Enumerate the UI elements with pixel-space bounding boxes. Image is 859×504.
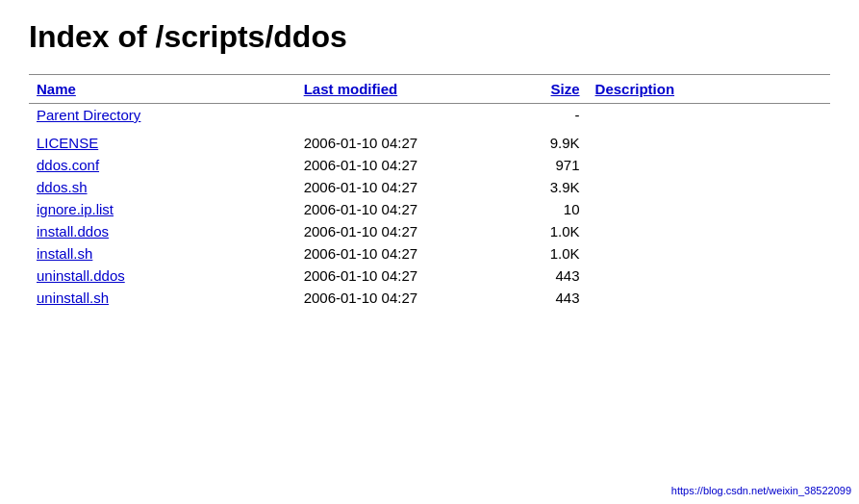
file-name-cell: ddos.conf bbox=[29, 154, 296, 176]
file-link[interactable]: uninstall.sh bbox=[37, 290, 109, 306]
file-size-cell: 9.9K bbox=[515, 132, 588, 154]
table-row: uninstall.sh2006-01-10 04:27443 bbox=[29, 287, 830, 309]
file-listing-table: Name Last modified Size Description Pare… bbox=[29, 74, 830, 309]
header-modified: Last modified bbox=[296, 75, 515, 104]
file-modified-cell: 2006-01-10 04:27 bbox=[296, 198, 515, 220]
file-link[interactable]: uninstall.ddos bbox=[37, 267, 125, 284]
file-size-cell: 10 bbox=[515, 198, 588, 220]
table-row: ddos.sh2006-01-10 04:273.9K bbox=[29, 176, 830, 198]
file-modified-cell bbox=[296, 104, 515, 127]
file-modified-cell: 2006-01-10 04:27 bbox=[296, 242, 515, 265]
file-modified-cell: 2006-01-10 04:27 bbox=[296, 220, 515, 242]
file-size-cell: 3.9K bbox=[515, 176, 588, 198]
file-list-body: Parent Directory-LICENSE2006-01-10 04:27… bbox=[29, 104, 830, 310]
header-description: Description bbox=[588, 75, 830, 104]
file-name-cell: install.sh bbox=[29, 242, 296, 265]
header-size: Size bbox=[515, 75, 588, 104]
file-name-cell: ddos.sh bbox=[29, 176, 296, 198]
table-header: Name Last modified Size Description bbox=[29, 75, 830, 104]
table-row: install.sh2006-01-10 04:271.0K bbox=[29, 242, 830, 265]
file-desc-cell bbox=[588, 287, 830, 309]
watermark-link[interactable]: https://blog.csdn.net/weixin_38522099 bbox=[671, 485, 851, 496]
file-size-cell: 1.0K bbox=[515, 220, 588, 242]
file-desc-cell bbox=[588, 265, 830, 287]
table-row: uninstall.ddos2006-01-10 04:27443 bbox=[29, 265, 830, 287]
table-row: install.ddos2006-01-10 04:271.0K bbox=[29, 220, 830, 242]
header-modified-link[interactable]: Last modified bbox=[304, 81, 398, 97]
file-desc-cell bbox=[588, 198, 830, 220]
file-link[interactable]: Parent Directory bbox=[37, 107, 140, 123]
file-name-cell: LICENSE bbox=[29, 132, 296, 154]
file-link[interactable]: install.sh bbox=[37, 245, 92, 262]
file-modified-cell: 2006-01-10 04:27 bbox=[296, 154, 515, 176]
file-link[interactable]: ignore.ip.list bbox=[37, 201, 114, 217]
file-name-cell: ignore.ip.list bbox=[29, 198, 296, 220]
header-row: Name Last modified Size Description bbox=[29, 75, 830, 104]
file-link[interactable]: LICENSE bbox=[37, 135, 98, 151]
table-row: ignore.ip.list2006-01-10 04:2710 bbox=[29, 198, 830, 220]
table-row: Parent Directory- bbox=[29, 104, 830, 127]
file-size-cell: - bbox=[515, 104, 588, 127]
file-desc-cell bbox=[588, 176, 830, 198]
file-modified-cell: 2006-01-10 04:27 bbox=[296, 176, 515, 198]
file-name-cell: uninstall.ddos bbox=[29, 265, 296, 287]
file-link[interactable]: install.ddos bbox=[37, 223, 109, 239]
table-row: ddos.conf2006-01-10 04:27971 bbox=[29, 154, 830, 176]
file-modified-cell: 2006-01-10 04:27 bbox=[296, 287, 515, 309]
file-link[interactable]: ddos.sh bbox=[37, 179, 88, 195]
header-description-link[interactable]: Description bbox=[595, 81, 675, 97]
file-name-cell: Parent Directory bbox=[29, 104, 296, 127]
file-desc-cell bbox=[588, 104, 830, 127]
file-size-cell: 443 bbox=[515, 287, 588, 309]
file-modified-cell: 2006-01-10 04:27 bbox=[296, 132, 515, 154]
file-link[interactable]: ddos.conf bbox=[37, 157, 99, 173]
file-modified-cell: 2006-01-10 04:27 bbox=[296, 265, 515, 287]
file-desc-cell bbox=[588, 154, 830, 176]
file-desc-cell bbox=[588, 242, 830, 265]
file-name-cell: uninstall.sh bbox=[29, 287, 296, 309]
file-size-cell: 443 bbox=[515, 265, 588, 287]
header-name: Name bbox=[29, 75, 296, 104]
file-name-cell: install.ddos bbox=[29, 220, 296, 242]
table-row: LICENSE2006-01-10 04:279.9K bbox=[29, 132, 830, 154]
header-size-link[interactable]: Size bbox=[551, 81, 580, 97]
file-size-cell: 971 bbox=[515, 154, 588, 176]
header-name-link[interactable]: Name bbox=[37, 81, 76, 97]
page-title: Index of /scripts/ddos bbox=[29, 19, 830, 55]
file-size-cell: 1.0K bbox=[515, 242, 588, 265]
file-desc-cell bbox=[588, 220, 830, 242]
file-desc-cell bbox=[588, 132, 830, 154]
